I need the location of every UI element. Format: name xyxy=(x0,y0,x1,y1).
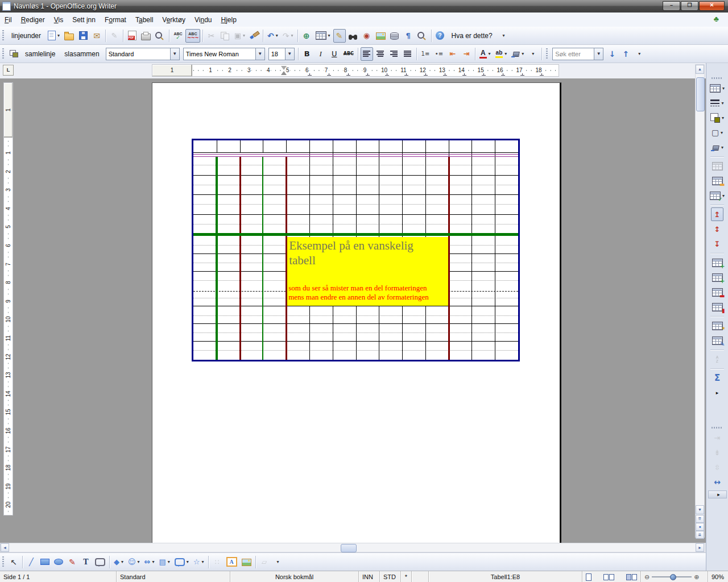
dropdown-arrow-icon[interactable]: ▾ xyxy=(138,559,140,564)
dropdown-arrow-icon[interactable]: ▾ xyxy=(522,51,524,56)
autospellcheck-button[interactable]: ABC~~~ xyxy=(185,29,200,43)
vertical-ruler[interactable]: 1 1234567891011121314151617181920 xyxy=(3,82,13,516)
dropdown-arrow-icon[interactable]: ▾ xyxy=(721,130,723,135)
symbol-shapes-button[interactable]: ☺▾ xyxy=(126,555,142,569)
zoom-slider-thumb[interactable] xyxy=(670,574,676,580)
block-arrows-button[interactable]: ⇔▾ xyxy=(143,555,156,569)
align-justify-button[interactable] xyxy=(402,47,414,61)
status-page-number[interactable]: Side 1 / 1 xyxy=(0,571,117,582)
formatting-marks-button[interactable]: ¶ xyxy=(402,29,415,43)
font-size-combo-dropdown-icon[interactable]: ▼ xyxy=(285,48,294,60)
line-style-button[interactable]: ▾ xyxy=(709,96,725,110)
stars-button[interactable]: ☆▾ xyxy=(192,555,206,569)
line-button[interactable]: ╱ xyxy=(25,555,38,569)
email-button[interactable]: ✉ xyxy=(90,29,103,43)
status-selection-mode[interactable]: STD xyxy=(380,571,401,582)
toolbar-grip[interactable] xyxy=(2,48,5,60)
menu-vis[interactable]: Vis xyxy=(49,14,68,26)
insert-column-button[interactable]: + xyxy=(710,271,725,284)
menu-tabell[interactable]: Tabell xyxy=(131,14,158,26)
menu-rediger[interactable]: Rediger xyxy=(16,14,49,26)
status-language[interactable]: Norsk bokmål xyxy=(230,571,359,582)
font-name-combo-dropdown-icon[interactable]: ▼ xyxy=(255,48,264,60)
samlelinje-button[interactable]: samlelinje xyxy=(21,47,59,61)
help-button[interactable] xyxy=(434,29,446,43)
align-center-vertical-button[interactable]: ↕ xyxy=(711,222,723,236)
align-center-button[interactable] xyxy=(374,47,387,61)
insert-row-button[interactable]: + xyxy=(710,256,725,269)
status-zoom-value[interactable]: 90% xyxy=(708,571,728,582)
insert-table-button[interactable]: ▾ xyxy=(314,29,332,43)
zoom-slider-track[interactable] xyxy=(652,576,692,577)
close-button[interactable]: ✕ xyxy=(699,1,725,11)
italic-button[interactable]: I xyxy=(315,47,327,61)
rectangle-button[interactable] xyxy=(39,555,51,569)
dropdown-arrow-icon[interactable]: ▾ xyxy=(202,559,204,564)
toolbar-grip[interactable] xyxy=(2,30,5,41)
scroll-right-button[interactable]: ► xyxy=(696,543,704,552)
ellipse-button[interactable] xyxy=(52,555,65,569)
horizontal-scrollbar[interactable]: ◄ ► xyxy=(0,543,705,552)
optimize-button[interactable]: ✓▾ xyxy=(708,189,726,202)
styles-window-button[interactable] xyxy=(7,47,20,61)
basic-shapes-button[interactable]: ◆▾ xyxy=(112,555,125,569)
dropdown-arrow-icon[interactable]: ▾ xyxy=(291,33,293,38)
gallery-button[interactable] xyxy=(374,29,387,43)
menu-vindu[interactable]: Vindu xyxy=(190,14,217,26)
format-paintbrush-button[interactable] xyxy=(248,29,260,43)
menu-right-icon[interactable]: ♣ xyxy=(714,14,719,23)
dropdown-arrow-icon[interactable]: ▾ xyxy=(722,115,724,120)
multi-page-view-icon[interactable] xyxy=(603,574,614,580)
paragraph-style-combo[interactable]: Standard▼ xyxy=(106,48,180,60)
dropdown-arrow-icon[interactable]: ▾ xyxy=(721,101,723,106)
navigator-button[interactable]: ◉ xyxy=(361,29,373,43)
toolbar-grip[interactable] xyxy=(712,77,723,80)
next-page-button[interactable]: ⇊ xyxy=(696,531,704,539)
status-page-style[interactable]: Standard xyxy=(117,571,230,582)
dropdown-arrow-icon[interactable]: ▾ xyxy=(121,559,123,564)
callout-button[interactable] xyxy=(93,555,107,569)
find-next-button[interactable]: ↓ xyxy=(606,47,618,61)
maximize-button[interactable]: ❐ xyxy=(681,1,698,11)
callouts-button[interactable]: ▾ xyxy=(173,555,191,569)
align-left-button[interactable] xyxy=(361,47,373,61)
delete-column-button[interactable]: ▮ xyxy=(710,300,725,314)
toolbar-overflow-button[interactable]: ▾ xyxy=(498,29,510,43)
numbered-list-button[interactable]: 1≡ xyxy=(419,47,432,61)
split-cells-button[interactable]: ▬ xyxy=(710,174,725,188)
toolbar-grip[interactable] xyxy=(545,48,548,60)
table-body-text[interactable]: som du ser så mister man en del formater… xyxy=(288,284,449,302)
data-sources-button[interactable] xyxy=(388,29,401,43)
menu-hjelp[interactable]: Hjelp xyxy=(217,14,241,26)
horizontal-ruler[interactable]: 1 123456789101112131415161718 xyxy=(152,64,559,77)
align-top-button[interactable]: ↥ xyxy=(711,207,723,221)
background-color-button[interactable]: ▾ xyxy=(709,140,725,154)
slasammen-button[interactable]: slasammen xyxy=(60,47,103,61)
underline-button[interactable]: U xyxy=(328,47,341,61)
toolbar-grip[interactable] xyxy=(712,426,723,429)
decrease-indent-button[interactable]: ⇤ xyxy=(446,47,459,61)
align-right-button[interactable] xyxy=(388,47,400,61)
find-replace-button[interactable] xyxy=(347,29,359,43)
navigation-button[interactable]: ● xyxy=(696,523,704,531)
increase-indent-button[interactable]: ⇥ xyxy=(460,47,473,61)
dropdown-arrow-icon[interactable]: ▾ xyxy=(187,559,189,564)
highlighted-cell[interactable]: Eksempel på en vanskelig tabellsom du se… xyxy=(286,237,449,306)
find-previous-button[interactable]: ↑ xyxy=(619,47,632,61)
scrollbar-thumb[interactable] xyxy=(696,77,705,111)
dropdown-arrow-icon[interactable]: ▾ xyxy=(243,33,245,38)
paragraph-style-combo-dropdown-icon[interactable]: ▼ xyxy=(170,48,179,60)
menu-sett-inn[interactable]: Sett inn xyxy=(68,14,100,26)
book-view-icon[interactable] xyxy=(626,574,637,580)
status-zoom-slider[interactable]: ⊖ ⊕ xyxy=(641,571,708,582)
column-width-button[interactable]: ↔ xyxy=(711,475,723,489)
dropdown-arrow-icon[interactable]: ▾ xyxy=(328,33,330,38)
scroll-up-button[interactable]: ▲ xyxy=(696,65,704,74)
save-button[interactable] xyxy=(77,29,89,43)
single-page-view-icon[interactable] xyxy=(586,573,592,581)
toolbar-overflow-button[interactable]: ▾ xyxy=(272,555,284,569)
open-button[interactable] xyxy=(63,29,76,43)
minimize-button[interactable]: – xyxy=(663,1,680,11)
highlighting-button[interactable]: ab▾ xyxy=(494,47,509,61)
freeform-line-button[interactable]: ✎ xyxy=(66,555,78,569)
